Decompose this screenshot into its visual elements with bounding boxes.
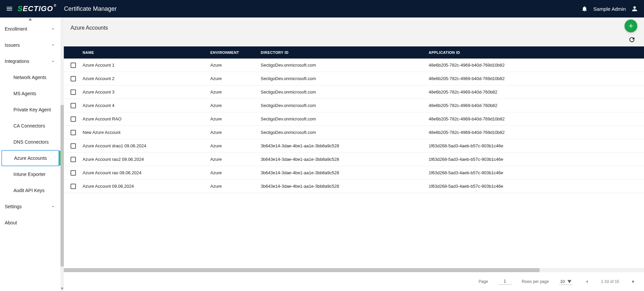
row-checkbox[interactable] <box>64 184 83 189</box>
row-checkbox[interactable] <box>64 63 83 68</box>
triangle-up-icon <box>29 18 32 21</box>
column-header-application-id[interactable]: APPLICATION ID <box>429 50 644 54</box>
row-checkbox[interactable] <box>64 143 83 149</box>
column-header-directory-id[interactable]: DIRECTORY ID <box>261 50 429 54</box>
sidebar-section-label: Settings <box>5 204 22 209</box>
sidebar-scroll-up[interactable] <box>0 17 60 21</box>
chevron-down-icon <box>50 42 56 48</box>
sidebar-section-issuers[interactable]: Issuers <box>0 37 60 53</box>
table-row[interactable]: Azure Account rao 09.06.2024Azure3b643e1… <box>64 166 644 180</box>
table-horizontal-scroll-thumb[interactable] <box>64 268 540 272</box>
page-number-input[interactable]: 1 <box>498 279 512 285</box>
sidebar-section-integrations[interactable]: Integrations <box>0 53 60 69</box>
sidebar-item-label: Network Agents <box>13 75 46 80</box>
sidebar: Enrollment Issuers Integrations Network … <box>0 17 64 291</box>
cell-application-id: 48e6b205-782c-4969-b40d-769d10b82 <box>429 130 644 135</box>
row-checkbox[interactable] <box>64 76 83 81</box>
sidebar-section-about[interactable]: About <box>0 215 60 228</box>
checkbox-icon <box>71 170 76 176</box>
menu-toggle-button[interactable] <box>4 3 15 14</box>
checkbox-icon <box>71 116 76 122</box>
sidebar-section-enrollment[interactable]: Enrollment <box>0 21 60 37</box>
sidebar-item-label: CA Connectors <box>13 123 45 129</box>
table-row[interactable]: Azure Account 3AzureSectigoDev.onmicroso… <box>64 85 644 99</box>
sidebar-section-label: Integrations <box>5 59 29 64</box>
plus-icon <box>628 23 634 29</box>
cell-name: Azure Account 3 <box>83 89 210 95</box>
dropdown-icon <box>567 280 571 283</box>
checkbox-icon <box>71 157 76 162</box>
pagination-range: 1-10 of 15 <box>601 279 619 284</box>
row-checkbox[interactable] <box>64 89 83 95</box>
table-row[interactable]: Azure Account RAOAzureSectigoDev.onmicro… <box>64 112 644 126</box>
row-checkbox[interactable] <box>64 157 83 162</box>
table-row[interactable]: Azure Account 1AzureSectigoDev.onmicroso… <box>64 59 644 72</box>
current-user-name: Sample Admin <box>593 6 626 12</box>
cell-directory-id: SectigoDev.onmicrosoft.com <box>261 103 429 108</box>
cell-directory-id: 3b643e14-3dae-4be1-aa1e-3bb8a9c528 <box>261 170 429 175</box>
sidebar-section-label: Issuers <box>5 42 20 48</box>
sidebar-item-label: Audit API Keys <box>13 188 45 193</box>
checkbox-icon <box>71 103 76 108</box>
table-row[interactable]: Azure Account rao2 09.06.2024Azure3b643e… <box>64 153 644 166</box>
row-checkbox[interactable] <box>64 103 83 108</box>
rows-per-page-select[interactable]: 10 <box>559 279 573 285</box>
table-row[interactable]: Azure Account 09.06.2024Azure3b643e14-3d… <box>64 180 644 193</box>
table-header-row: NAME ENVIRONMENT DIRECTORY ID APPLICATIO… <box>64 46 644 59</box>
cell-name: Azure Account 1 <box>83 63 210 68</box>
cell-environment: Azure <box>210 89 261 95</box>
sidebar-item-private-key-agent[interactable]: Private Key Agent <box>0 102 60 118</box>
cell-directory-id: SectigoDev.onmicrosoft.com <box>261 63 429 68</box>
sidebar-item-intune-exporter[interactable]: Intune Exporter <box>0 166 60 182</box>
chevron-left-icon <box>584 279 590 284</box>
logo-text: ECTIGO <box>23 4 53 13</box>
notifications-button[interactable] <box>579 3 590 14</box>
cell-environment: Azure <box>210 63 261 68</box>
table-row[interactable]: Azure Account 4AzureSectigoDev.onmicroso… <box>64 99 644 112</box>
cell-directory-id: 3b643e14-3dae-4be1-aa1e-3bb8a9c528 <box>261 157 429 162</box>
sidebar-item-ca-connectors[interactable]: CA Connectors <box>0 118 60 134</box>
cell-name: New Azure Account <box>83 130 210 135</box>
cell-directory-id: SectigoDev.onmicrosoft.com <box>261 89 429 95</box>
checkbox-icon <box>71 130 76 135</box>
sidebar-scrollbar-thumb[interactable] <box>60 105 64 266</box>
sidebar-item-label: MS Agents <box>13 91 36 96</box>
column-header-name[interactable]: NAME <box>83 50 210 54</box>
prev-page-button[interactable] <box>583 278 591 286</box>
app-title: Certificate Manager <box>64 5 117 12</box>
sidebar-item-ms-agents[interactable]: MS Agents <box>0 85 60 102</box>
next-page-button[interactable] <box>629 278 637 286</box>
add-account-button[interactable] <box>625 20 637 32</box>
brand-logo: SECTIGO® <box>17 4 56 13</box>
cell-directory-id: SectigoDev.onmicrosoft.com <box>261 76 429 81</box>
table-row[interactable]: Azure Account 2AzureSectigoDev.onmicroso… <box>64 72 644 85</box>
table-row[interactable]: Azure Account drao1 09.06.2024Azure3b643… <box>64 139 644 153</box>
sidebar-item-azure-accounts[interactable]: Azure Accounts <box>1 150 59 166</box>
table-horizontal-scrollbar[interactable] <box>64 268 644 272</box>
user-menu-button[interactable] <box>629 3 640 14</box>
sidebar-section-settings[interactable]: Settings <box>0 198 60 215</box>
cell-environment: Azure <box>210 116 261 121</box>
triangle-down-icon <box>61 288 63 290</box>
cell-application-id: 48e6b205-782c-4969-b40d-760b82 <box>429 103 644 108</box>
refresh-button[interactable] <box>627 35 637 44</box>
checkbox-icon <box>71 184 76 189</box>
sidebar-scrollbar-track[interactable] <box>60 17 64 291</box>
row-checkbox[interactable] <box>64 116 83 122</box>
sidebar-scroll-down[interactable] <box>60 286 64 291</box>
cell-environment: Azure <box>210 170 261 175</box>
cell-application-id: 1f63d268-5ad3-4aeb-b57c-903b1c46e <box>429 184 644 189</box>
cell-application-id: 48e6b205-782c-4969-b40d-769d10b82 <box>429 76 644 81</box>
chevron-down-icon <box>50 204 56 209</box>
sidebar-item-dns-connectors[interactable]: DNS Connectors <box>0 134 60 150</box>
row-checkbox[interactable] <box>64 170 83 176</box>
checkbox-icon <box>71 89 76 95</box>
pagination-bar: Page 1 Rows per page 10 1-10 of 15 <box>64 272 644 291</box>
logo-mark: S <box>17 4 23 13</box>
cell-name: Azure Account drao1 09.06.2024 <box>83 143 210 148</box>
sidebar-item-network-agents[interactable]: Network Agents <box>0 69 60 85</box>
row-checkbox[interactable] <box>64 130 83 135</box>
table-row[interactable]: New Azure AccountAzureSectigoDev.onmicro… <box>64 126 644 139</box>
sidebar-item-audit-api-keys[interactable]: Audit API Keys <box>0 182 60 198</box>
column-header-environment[interactable]: ENVIRONMENT <box>210 50 261 54</box>
